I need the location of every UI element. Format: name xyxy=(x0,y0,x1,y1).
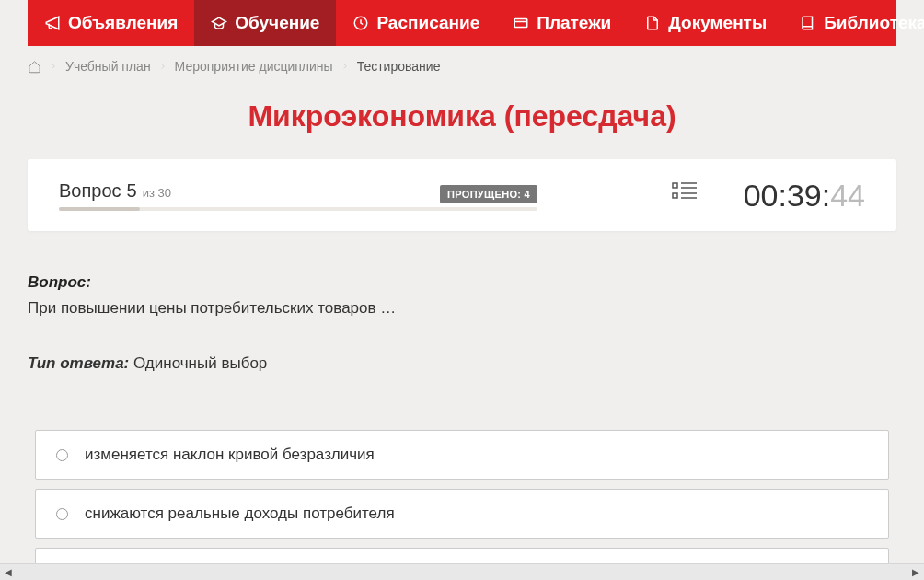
clock-icon xyxy=(352,15,369,31)
card-icon xyxy=(513,15,529,31)
top-nav: Объявления Обучение Расписание Платежи Д… xyxy=(28,0,896,46)
svg-rect-1 xyxy=(514,19,527,28)
timer: 00:39:44 xyxy=(744,178,865,214)
nav-documents[interactable]: Документы xyxy=(628,0,783,46)
nav-library[interactable]: Библиотека xyxy=(783,0,924,46)
question-list-button[interactable] xyxy=(672,181,698,209)
nav-payments[interactable]: Платежи xyxy=(496,0,628,46)
question-section: Вопрос: При повышении цены потребительск… xyxy=(28,273,896,373)
chevron-right-icon xyxy=(341,59,350,74)
chevron-right-icon xyxy=(158,59,167,74)
megaphone-icon xyxy=(44,15,61,31)
nav-label: Объявления xyxy=(68,13,178,33)
answer-type-label: Тип ответа: xyxy=(28,354,129,372)
nav-announcements[interactable]: Объявления xyxy=(28,0,194,46)
horizontal-scrollbar: ◀ ▶ xyxy=(0,563,924,580)
radio-icon xyxy=(56,508,68,520)
nav-schedule[interactable]: Расписание xyxy=(336,0,496,46)
question-progress: Вопрос 5 из 30 ПРОПУЩЕНО: 4 xyxy=(59,180,626,211)
answer-type-value: Одиночный выбор xyxy=(133,354,267,372)
progress-bar xyxy=(59,207,537,211)
option-text: снижаются реальные доходы потребителя xyxy=(85,505,395,523)
nav-label: Обучение xyxy=(235,13,319,33)
option-item[interactable]: изменяется наклон кривой безразличия xyxy=(35,430,889,480)
page-title: Микроэкономика (пересдача) xyxy=(28,99,896,133)
answer-type-row: Тип ответа: Одиночный выбор xyxy=(28,354,896,373)
scroll-left-button[interactable]: ◀ xyxy=(0,564,17,580)
breadcrumb-item[interactable]: Учебный план xyxy=(65,59,151,74)
option-text: изменяется наклон кривой безразличия xyxy=(85,446,375,464)
question-counter: Вопрос 5 из 30 xyxy=(59,180,626,202)
nav-education[interactable]: Обучение xyxy=(194,0,336,46)
options-list: изменяется наклон кривой безразличия сни… xyxy=(28,430,896,580)
scroll-right-button[interactable]: ▶ xyxy=(907,564,924,580)
book-icon xyxy=(800,15,816,31)
graduation-icon xyxy=(211,15,227,31)
document-icon xyxy=(644,15,661,31)
breadcrumb-item[interactable]: Мероприятие дисциплины xyxy=(175,59,333,74)
home-icon[interactable] xyxy=(28,60,41,74)
radio-icon xyxy=(56,449,68,461)
nav-label: Библиотека xyxy=(824,13,924,33)
progress-fill xyxy=(59,207,140,211)
info-panel: Вопрос 5 из 30 ПРОПУЩЕНО: 4 xyxy=(28,159,896,231)
question-label: Вопрос: xyxy=(28,273,896,292)
breadcrumb: Учебный план Мероприятие дисциплины Тест… xyxy=(28,59,896,74)
skipped-badge: ПРОПУЩЕНО: 4 xyxy=(440,185,537,203)
breadcrumb-current: Тестирование xyxy=(357,59,441,74)
svg-rect-3 xyxy=(673,183,677,188)
question-text: При повышении цены потребительских товар… xyxy=(28,299,896,318)
svg-rect-6 xyxy=(673,193,677,198)
list-icon xyxy=(672,181,698,205)
chevron-right-icon xyxy=(49,59,58,74)
nav-label: Расписание xyxy=(376,13,479,33)
option-item[interactable]: снижаются реальные доходы потребителя xyxy=(35,489,889,539)
timer-main: 00:39: xyxy=(744,178,831,214)
timer-seconds: 44 xyxy=(830,178,865,214)
nav-label: Платежи xyxy=(537,13,611,33)
nav-label: Документы xyxy=(668,13,767,33)
